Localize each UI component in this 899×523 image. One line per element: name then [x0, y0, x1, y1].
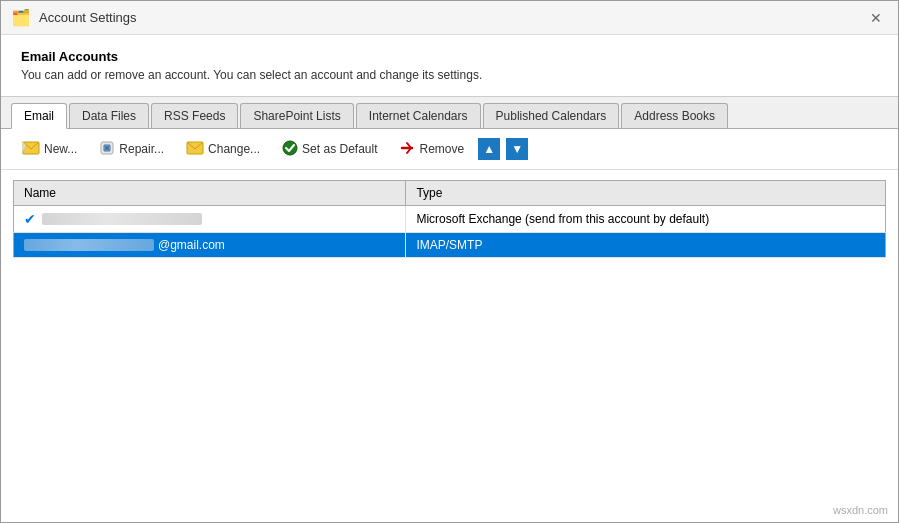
- tab-sharepoint-lists[interactable]: SharePoint Lists: [240, 103, 353, 128]
- set-default-label: Set as Default: [302, 142, 377, 156]
- change-icon: [186, 141, 204, 157]
- header-section: Email Accounts You can add or remove an …: [1, 35, 898, 97]
- tab-internet-calendars[interactable]: Internet Calendars: [356, 103, 481, 128]
- title-bar-title: 🗂️ Account Settings: [11, 8, 137, 27]
- tab-strip: Email Data Files RSS Feeds SharePoint Li…: [1, 97, 898, 129]
- account-type-cell-2: IMAP/SMTP: [406, 233, 886, 258]
- tab-email[interactable]: Email: [11, 103, 67, 129]
- set-default-icon: [282, 140, 298, 158]
- change-label: Change...: [208, 142, 260, 156]
- account-name-cell: ✔: [14, 206, 406, 233]
- move-down-icon: ▼: [511, 142, 523, 156]
- tab-data-files[interactable]: Data Files: [69, 103, 149, 128]
- header-description: You can add or remove an account. You ca…: [21, 68, 878, 82]
- account-type-cell: Microsoft Exchange (send from this accou…: [406, 206, 886, 233]
- move-down-button[interactable]: ▼: [506, 138, 528, 160]
- window-icon: 🗂️: [11, 8, 31, 27]
- move-up-button[interactable]: ▲: [478, 138, 500, 160]
- remove-icon: [399, 140, 415, 158]
- account-name-cell-2: @gmail.com: [14, 233, 406, 258]
- title-bar: 🗂️ Account Settings ✕: [1, 1, 898, 35]
- close-button[interactable]: ✕: [864, 9, 888, 27]
- tab-published-calendars[interactable]: Published Calendars: [483, 103, 620, 128]
- account-settings-window: 🗂️ Account Settings ✕ Email Accounts You…: [0, 0, 899, 523]
- change-button[interactable]: Change...: [177, 136, 269, 162]
- blurred-email-1: [42, 213, 202, 225]
- move-up-icon: ▲: [483, 142, 495, 156]
- repair-button[interactable]: Repair...: [90, 135, 173, 163]
- new-icon: [22, 141, 40, 157]
- new-label: New...: [44, 142, 77, 156]
- watermark: wsxdn.com: [833, 504, 888, 516]
- blurred-email-2: [24, 239, 154, 251]
- default-check-icon: ✔: [24, 211, 36, 227]
- remove-label: Remove: [419, 142, 464, 156]
- table-row[interactable]: ✔ Microsoft Exchange (send from this acc…: [14, 206, 886, 233]
- set-default-button[interactable]: Set as Default: [273, 135, 386, 163]
- repair-label: Repair...: [119, 142, 164, 156]
- tab-address-books[interactable]: Address Books: [621, 103, 728, 128]
- table-row[interactable]: @gmail.com IMAP/SMTP: [14, 233, 886, 258]
- window-title: Account Settings: [39, 10, 137, 25]
- col-type-header: Type: [406, 181, 886, 206]
- new-button[interactable]: New...: [13, 136, 86, 162]
- header-title: Email Accounts: [21, 49, 878, 64]
- repair-icon: [99, 140, 115, 158]
- table-header-row: Name Type: [14, 181, 886, 206]
- account-table: Name Type ✔ Microsoft Exchange (send fro…: [13, 180, 886, 258]
- gmail-suffix: @gmail.com: [158, 238, 225, 252]
- col-name-header: Name: [14, 181, 406, 206]
- account-list-area: Name Type ✔ Microsoft Exchange (send fro…: [1, 170, 898, 522]
- remove-button[interactable]: Remove: [390, 135, 473, 163]
- tab-rss-feeds[interactable]: RSS Feeds: [151, 103, 238, 128]
- toolbar: New... Repair... Change...: [1, 129, 898, 170]
